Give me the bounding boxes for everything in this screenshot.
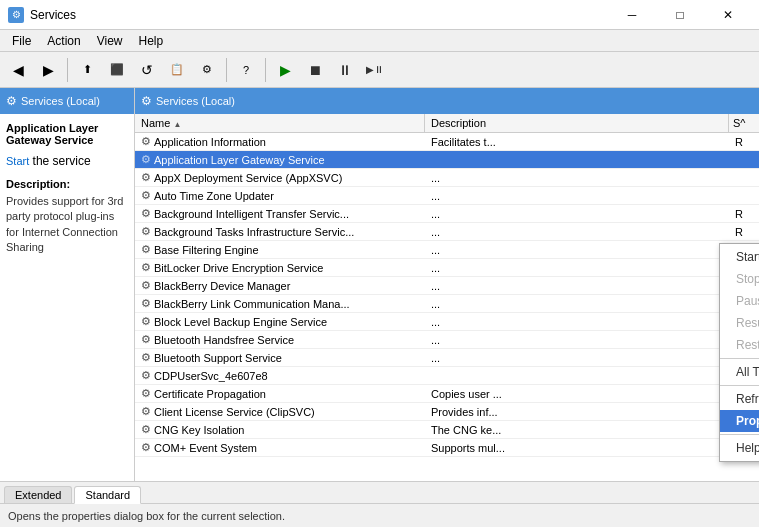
cell-description: ...	[425, 331, 729, 348]
cell-name: ⚙ Application Information	[135, 133, 425, 150]
table-row[interactable]: ⚙ BlackBerry Device Manager ... R	[135, 277, 759, 295]
menu-file[interactable]: File	[4, 32, 39, 50]
toolbar-show-hide-console[interactable]: ⬛	[103, 56, 131, 84]
menu-view[interactable]: View	[89, 32, 131, 50]
minimize-button[interactable]: ─	[609, 0, 655, 30]
cell-description: ...	[425, 349, 729, 366]
title-bar-left: ⚙ Services	[8, 7, 76, 23]
table-row[interactable]: ⚙ Background Tasks Infrastructure Servic…	[135, 223, 759, 241]
title-bar-controls: ─ □ ✕	[609, 0, 751, 30]
toolbar-restart-service[interactable]: ▶⏸	[361, 56, 389, 84]
context-menu: StartStopPauseResumeRestartAll Tasks▶Ref…	[719, 243, 759, 462]
menu-help[interactable]: Help	[131, 32, 172, 50]
col-header-description[interactable]: Description	[425, 114, 729, 132]
description-text: Provides support for 3rd party protocol …	[6, 194, 128, 256]
left-panel-icon: ⚙	[6, 94, 17, 108]
cell-name: ⚙ BlackBerry Link Communication Mana...	[135, 295, 425, 312]
table-row[interactable]: ⚙ Base Filtering Engine ... R	[135, 241, 759, 259]
toolbar-help[interactable]: ?	[232, 56, 260, 84]
cell-name: ⚙ Client License Service (ClipSVC)	[135, 403, 425, 420]
cell-status	[431, 374, 461, 378]
table-row[interactable]: ⚙ Certificate Propagation Copies user ..…	[135, 385, 759, 403]
cell-name: ⚙ CNG Key Isolation	[135, 421, 425, 438]
cell-name: ⚙ Application Layer Gateway Service	[135, 151, 425, 168]
toolbar-up[interactable]: ⬆	[73, 56, 101, 84]
table-row[interactable]: ⚙ Background Intelligent Transfer Servic…	[135, 205, 759, 223]
row-icon: ⚙	[141, 207, 151, 220]
cell-name: ⚙ Block Level Backup Engine Service	[135, 313, 425, 330]
cell-description	[425, 151, 729, 168]
cell-name: ⚙ Certificate Propagation	[135, 385, 425, 402]
cell-status	[729, 169, 759, 186]
status-bar: Opens the properties dialog box for the …	[0, 503, 759, 527]
table-row[interactable]: ⚙ COM+ Event System Supports mul... R	[135, 439, 759, 457]
context-menu-item-properties[interactable]: Properties	[720, 410, 759, 432]
cell-description: ...	[425, 241, 729, 258]
cell-name: ⚙ Bluetooth Handsfree Service	[135, 331, 425, 348]
context-menu-item-refresh[interactable]: Refresh	[720, 388, 759, 410]
app-icon: ⚙	[8, 7, 24, 23]
table-row[interactable]: ⚙ Client License Service (ClipSVC) Provi…	[135, 403, 759, 421]
cell-name: ⚙ Auto Time Zone Updater	[135, 187, 425, 204]
table-row[interactable]: ⚙ Bluetooth Handsfree Service ...	[135, 331, 759, 349]
context-menu-item-all-tasks[interactable]: All Tasks▶	[720, 361, 759, 383]
table-row[interactable]: ⚙ AppX Deployment Service (AppXSVC) ...	[135, 169, 759, 187]
start-service-link[interactable]: Start	[6, 155, 29, 167]
close-button[interactable]: ✕	[705, 0, 751, 30]
cell-name: ⚙ Bluetooth Support Service	[135, 349, 425, 366]
cell-description: Supports mul...	[425, 439, 729, 456]
cell-description: ...	[425, 277, 729, 294]
toolbar-sep3	[265, 58, 266, 82]
cell-description: Provides inf...	[425, 403, 729, 420]
cell-description: ...	[425, 295, 729, 312]
row-icon: ⚙	[141, 351, 151, 364]
context-menu-item-start[interactable]: Start	[720, 246, 759, 268]
cell-name: ⚙ Base Filtering Engine	[135, 241, 425, 258]
toolbar-back[interactable]: ◀	[4, 56, 32, 84]
left-panel-header: ⚙ Services (Local)	[0, 88, 134, 114]
row-icon: ⚙	[141, 261, 151, 274]
col-header-status[interactable]: S^	[729, 114, 759, 132]
row-icon: ⚙	[141, 135, 151, 148]
cell-status: R	[729, 205, 759, 222]
toolbar-properties[interactable]: ⚙	[193, 56, 221, 84]
description-label: Description:	[6, 178, 128, 190]
tab-standard[interactable]: Standard	[74, 486, 141, 504]
toolbar-pause-service[interactable]: ⏸	[331, 56, 359, 84]
services-table: Name ▲ Description S^ ⚙ Application Info…	[135, 114, 759, 481]
table-row[interactable]: ⚙ Auto Time Zone Updater ...	[135, 187, 759, 205]
cell-name: ⚙ BitLocker Drive Encryption Service	[135, 259, 425, 276]
row-icon: ⚙	[141, 279, 151, 292]
cell-description: Facilitates t...	[425, 133, 729, 150]
table-row[interactable]: ⚙ Bluetooth Support Service ...	[135, 349, 759, 367]
table-row[interactable]: ⚙ BitLocker Drive Encryption Service ...	[135, 259, 759, 277]
tab-extended[interactable]: Extended	[4, 486, 72, 503]
cell-status	[729, 151, 759, 168]
cell-description: ...	[425, 169, 729, 186]
row-icon: ⚙	[141, 171, 151, 184]
table-row[interactable]: ⚙ CDPUserSvc_4e607e8	[135, 367, 759, 385]
context-menu-item-help[interactable]: Help	[720, 437, 759, 459]
cell-status: R	[729, 223, 759, 240]
row-icon: ⚙	[141, 423, 151, 436]
left-panel-title: Services (Local)	[21, 95, 100, 107]
left-service-name: Application Layer Gateway Service	[6, 122, 128, 146]
context-menu-item-restart: Restart	[720, 334, 759, 356]
table-row[interactable]: ⚙ Block Level Backup Engine Service ...	[135, 313, 759, 331]
col-header-name[interactable]: Name ▲	[135, 114, 425, 132]
menu-action[interactable]: Action	[39, 32, 88, 50]
table-row[interactable]: ⚙ Application Information Facilitates t.…	[135, 133, 759, 151]
toolbar-sep1	[67, 58, 68, 82]
toolbar-stop-service[interactable]: ⏹	[301, 56, 329, 84]
toolbar-refresh[interactable]: ↺	[133, 56, 161, 84]
row-icon: ⚙	[141, 153, 151, 166]
table-row[interactable]: ⚙ CNG Key Isolation The CNG ke... R	[135, 421, 759, 439]
cell-name: ⚙ CDPUserSvc_4e607e8	[135, 367, 425, 384]
table-row[interactable]: ⚙ BlackBerry Link Communication Mana... …	[135, 295, 759, 313]
cell-status	[729, 187, 759, 204]
table-row[interactable]: ⚙ Application Layer Gateway Service	[135, 151, 759, 169]
toolbar-export[interactable]: 📋	[163, 56, 191, 84]
maximize-button[interactable]: □	[657, 0, 703, 30]
toolbar-start-service[interactable]: ▶	[271, 56, 299, 84]
toolbar-forward[interactable]: ▶	[34, 56, 62, 84]
